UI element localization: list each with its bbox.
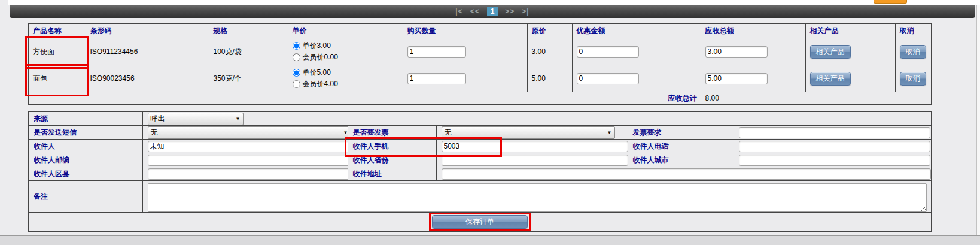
- send-sms-label: 是否发送短信: [28, 126, 142, 140]
- product-spec-cell: 100克/袋: [209, 38, 288, 65]
- recipient-phone-input[interactable]: [739, 141, 930, 152]
- need-invoice-select-value: 无: [445, 128, 452, 138]
- cancel-cell: 取消: [895, 65, 932, 92]
- product-row-1: 方便面 ISO911234456 100克/袋 单价3.00 会员价0.00 3…: [28, 38, 932, 65]
- related-products-button[interactable]: 相关产品: [810, 45, 851, 59]
- unit-price-radio[interactable]: [293, 69, 300, 77]
- related-products-button[interactable]: 相关产品: [810, 72, 851, 86]
- save-order-button[interactable]: 保存订单: [432, 215, 528, 229]
- product-name-cell: 方便面: [28, 38, 86, 65]
- discount-input[interactable]: [577, 46, 639, 58]
- pager-prev-button[interactable]: <<: [470, 7, 480, 16]
- original-price-cell: 5.00: [527, 65, 572, 92]
- total-input[interactable]: [705, 46, 768, 58]
- send-sms-select[interactable]: 无 ▼: [148, 126, 348, 139]
- recipient-zip-input[interactable]: [148, 155, 348, 166]
- quantity-cell: [403, 65, 527, 92]
- cancel-cell: 取消: [895, 38, 932, 65]
- source-select[interactable]: 呼出 ▼: [148, 113, 244, 125]
- send-sms-field-cell: 无 ▼: [142, 126, 348, 140]
- recipient-city-field-cell: [734, 153, 932, 167]
- remark-field-cell: [142, 181, 932, 213]
- member-price-option-label: 会员价4.00: [303, 78, 338, 90]
- quantity-input[interactable]: [407, 46, 466, 58]
- order-entry-screen: |< << 1 >> >| 产品名称 条形码 规格 单价 购买数量 原价 优惠金…: [0, 0, 980, 245]
- summary-row: 应收总计 8.00: [28, 92, 932, 105]
- discount-cell: [572, 65, 701, 92]
- quantity-cell: [403, 38, 527, 65]
- member-price-option[interactable]: 会员价4.00: [293, 78, 403, 90]
- save-button-cell: 保存订单: [28, 213, 932, 232]
- form-row-remark: 备注: [28, 181, 932, 213]
- quantity-input[interactable]: [407, 73, 466, 84]
- need-invoice-field-cell: 无 ▼: [436, 126, 628, 140]
- pager-next-button[interactable]: >>: [505, 7, 515, 16]
- remark-label: 备注: [28, 181, 142, 213]
- form-row-source: 来源 呼出 ▼: [28, 111, 932, 126]
- discount-cell: [572, 38, 701, 65]
- col-header-product-name: 产品名称: [28, 23, 86, 38]
- need-invoice-label: 是否要发票: [348, 126, 436, 140]
- member-price-radio[interactable]: [293, 80, 300, 88]
- product-spec-cell: 350克/个: [209, 65, 288, 92]
- unit-price-option[interactable]: 单价5.00: [293, 67, 403, 78]
- invoice-request-input[interactable]: [739, 127, 930, 138]
- unit-price-cell: 单价5.00 会员价4.00: [288, 65, 403, 92]
- total-cell: [701, 65, 805, 92]
- col-header-discount: 优惠金额: [572, 23, 701, 38]
- pager-current-page[interactable]: 1: [487, 7, 498, 16]
- source-field-cell: 呼出 ▼: [142, 111, 932, 126]
- remark-textarea[interactable]: [148, 183, 927, 212]
- recipient-province-field-cell: [436, 153, 628, 167]
- pager: |< << 1 >> >|: [455, 7, 529, 16]
- order-form-table: 来源 呼出 ▼ 是否发送短信 无 ▼ 是否要发票 无 ▼: [28, 111, 932, 232]
- product-barcode-cell: ISO911234456: [86, 38, 209, 65]
- col-header-cancel: 取消: [895, 23, 932, 38]
- cancel-button[interactable]: 取消: [900, 45, 926, 59]
- discount-input[interactable]: [577, 73, 639, 84]
- pager-first-button[interactable]: |<: [455, 7, 462, 16]
- unit-price-option-label: 单价3.00: [303, 40, 331, 52]
- recipient-zip-label: 收件人邮编: [28, 153, 142, 167]
- top-white-strip: [8, 0, 980, 5]
- unit-price-radio[interactable]: [293, 42, 300, 50]
- invoice-request-field-cell: [734, 126, 932, 140]
- unit-price-option[interactable]: 单价3.00: [293, 40, 403, 52]
- recipient-district-input[interactable]: [148, 168, 348, 180]
- recipient-city-input[interactable]: [739, 155, 930, 166]
- save-button-annotation-box: 保存订单: [429, 213, 531, 231]
- recipient-mobile-field-cell: [436, 140, 628, 153]
- unit-price-cell: 单价3.00 会员价0.00: [288, 38, 403, 65]
- products-header-row: 产品名称 条形码 规格 单价 购买数量 原价 优惠金额 应收总额 相关产品 取消: [28, 23, 932, 38]
- original-price-cell: 3.00: [527, 38, 572, 65]
- col-header-unit-price: 单价: [288, 23, 403, 38]
- product-row-2: 面包 ISO90023456 350克/个 单价5.00 会员价4.00 5.0…: [28, 65, 932, 92]
- delivery-address-input[interactable]: [442, 168, 931, 180]
- pagination-toolbar: |< << 1 >> >|: [10, 5, 975, 18]
- source-select-value: 呼出: [151, 114, 165, 124]
- bottom-window-band: [0, 235, 980, 245]
- recipient-province-input[interactable]: [442, 155, 628, 166]
- scrollbar-track[interactable]: [976, 0, 980, 235]
- invoice-request-label: 发票要求: [628, 126, 734, 140]
- form-row-recipient: 收件人 收件人手机 收件人电话: [28, 140, 932, 153]
- col-header-original-price: 原价: [527, 23, 572, 38]
- chevron-down-icon: ▼: [236, 116, 241, 122]
- product-name-cell: 面包: [28, 65, 86, 92]
- cancel-button[interactable]: 取消: [900, 72, 926, 86]
- source-label: 来源: [28, 111, 142, 126]
- col-header-barcode: 条形码: [86, 23, 209, 38]
- recipient-phone-label: 收件人电话: [628, 140, 734, 153]
- recipient-city-label: 收件人城市: [628, 153, 734, 167]
- orange-button-partial[interactable]: [874, 0, 907, 4]
- recipient-name-input[interactable]: [148, 141, 348, 152]
- total-input[interactable]: [705, 73, 768, 84]
- member-price-option-label: 会员价0.00: [303, 52, 338, 63]
- pager-last-button[interactable]: >|: [522, 7, 529, 16]
- recipient-province-label: 收件人省份: [348, 153, 436, 167]
- products-table: 产品名称 条形码 规格 单价 购买数量 原价 优惠金额 应收总额 相关产品 取消…: [28, 23, 932, 105]
- need-invoice-select[interactable]: 无 ▼: [442, 126, 615, 139]
- member-price-option[interactable]: 会员价0.00: [293, 52, 403, 63]
- member-price-radio[interactable]: [293, 53, 300, 61]
- recipient-mobile-input[interactable]: [442, 141, 628, 152]
